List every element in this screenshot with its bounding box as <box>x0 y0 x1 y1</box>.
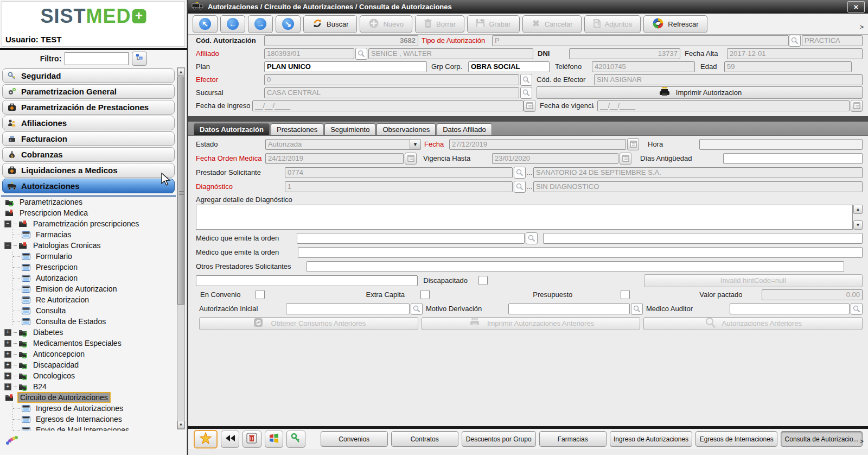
efector-search-icon[interactable] <box>520 74 532 86</box>
collapse-icon[interactable]: − <box>4 220 11 228</box>
collapse-icon[interactable]: − <box>4 242 11 249</box>
sidebar-item-facturacion[interactable]: Facturacion <box>2 131 175 146</box>
tree-item-label[interactable]: B24 <box>31 382 48 391</box>
tipo-autorizacion-input[interactable] <box>492 35 789 46</box>
tree-item-consulta-de-estados[interactable]: Consulta de Estados <box>10 316 176 327</box>
windows-button[interactable] <box>265 431 284 448</box>
tree-item-formulario[interactable]: Formulario <box>10 251 176 262</box>
fecha-vigencia-calendar-icon[interactable] <box>851 100 863 112</box>
medico-auditor-search-icon[interactable] <box>851 303 863 315</box>
tree-item-medicamentos-especiales[interactable]: +Medicamentos Especiales <box>1 338 176 349</box>
scroll-up-icon[interactable]: ▲ <box>853 205 863 214</box>
fecha-calendar-icon[interactable] <box>627 138 639 150</box>
tree-item-label[interactable]: Consulta de Estados <box>34 317 107 326</box>
tree-item-egresos-de-internaciones[interactable]: Egresos de Internaciones <box>10 414 176 425</box>
nav-first-button[interactable]: ↖ <box>193 15 218 33</box>
sucursal-input[interactable] <box>264 87 519 98</box>
refrescar-button[interactable]: Refrescar <box>643 15 707 33</box>
cod-autorizacion-input[interactable] <box>264 35 418 46</box>
bottom-nav-contratos[interactable]: Contratos <box>391 431 458 447</box>
prestador-search-icon[interactable] <box>514 167 526 179</box>
recycle-button[interactable] <box>242 431 261 448</box>
en-convenio-checkbox[interactable] <box>256 290 265 299</box>
tree-item-label[interactable]: Ingreso de Autorizaciones <box>34 404 125 413</box>
nav-next-button[interactable]: → <box>248 15 273 33</box>
tree-item-label[interactable]: Patologias Cronicas <box>31 241 103 250</box>
diagnostico-input[interactable] <box>285 181 513 192</box>
tree-item-consulta[interactable]: Consulta <box>10 305 176 316</box>
tree-item-parametrizaciones[interactable]: Parametrizaciones <box>1 197 176 207</box>
autorizacion-inicial-input[interactable] <box>286 304 410 314</box>
key-green-button[interactable] <box>286 431 305 448</box>
discapacitado-checkbox[interactable] <box>478 276 488 285</box>
bottom-nav-convenios[interactable]: Convenios <box>321 431 388 447</box>
afiliado-input[interactable] <box>264 48 354 59</box>
imprimir-autorizacion-button[interactable]: Imprimir Autorizacion <box>537 86 863 99</box>
tree-view-button[interactable] <box>132 52 147 66</box>
sidebar-item-parametrizacion-de-prestaciones[interactable]: Parametrización de Prestaciones <box>2 100 175 115</box>
buscar-button[interactable]: Buscar <box>303 15 357 33</box>
tree-item-label[interactable]: Envio de Mail Internaciones <box>34 426 131 431</box>
tipo-autorizacion-search-icon[interactable] <box>789 35 801 47</box>
bottom-nav-descuentos-por-grupo[interactable]: Descuentos por Grupo <box>462 431 536 447</box>
estado-select[interactable]: Autorizada ▼ <box>265 139 421 150</box>
extra-field-input[interactable] <box>196 275 418 286</box>
expand-icon[interactable]: + <box>4 351 11 358</box>
sidebar-item-autorizaciones[interactable]: Autorizaciones <box>2 179 175 193</box>
sidebar-item-seguridad[interactable]: Seguridad <box>2 68 175 83</box>
tree-item-label[interactable]: Parametrizaciones <box>18 198 84 206</box>
tree-item-parametrizacion-prescripciones[interactable]: −Parametrización prescripciones <box>1 218 176 229</box>
otros-prestadores-input[interactable] <box>307 261 844 272</box>
fecha-alta-input[interactable] <box>727 48 863 59</box>
adjuntos-button[interactable]: Adjuntos <box>584 15 641 33</box>
tree-item-oncologicos[interactable]: +Oncologicos <box>1 370 176 381</box>
tree-item-label[interactable]: Medicamentos Especiales <box>31 339 123 347</box>
tree-item-prescripcion-medica[interactable]: Prescripcion Medica <box>1 207 176 218</box>
expand-icon[interactable]: + <box>4 362 11 369</box>
tree-item-label[interactable]: Re Autorizacion <box>34 295 91 304</box>
prestador-input[interactable] <box>285 167 513 178</box>
diagnostico-search-icon[interactable] <box>514 181 526 193</box>
tab-datos-autorizacion[interactable]: Datos Autorización <box>194 123 270 135</box>
obtener-consumos-button[interactable]: Obtener Consumos Anteriores <box>199 317 418 330</box>
fecha-input[interactable] <box>449 139 626 150</box>
tree-item-label[interactable]: Farmacias <box>34 230 73 239</box>
tab-datos-afiliado[interactable]: Datos Afiliado <box>437 123 492 135</box>
tree-item-label[interactable]: Prescripcion Medica <box>18 208 90 217</box>
tree-item-label[interactable]: Circuito de Autorizaciones <box>18 393 110 402</box>
expand-icon[interactable]: + <box>4 383 11 390</box>
tree-item-label[interactable]: Formulario <box>34 252 74 261</box>
expand-icon[interactable]: + <box>4 329 11 336</box>
tree-item-label[interactable]: Consulta <box>34 306 67 315</box>
tab-prestaciones[interactable]: Prestaciones <box>271 123 323 135</box>
efector-input[interactable] <box>264 74 519 85</box>
chevron-down-icon[interactable]: ▼ <box>410 140 420 149</box>
star-button[interactable] <box>194 430 218 448</box>
scroll-down-icon[interactable]: ▼ <box>177 421 184 429</box>
tree-item-ingreso-de-autorizaciones[interactable]: Ingreso de Autorizaciones <box>10 403 176 414</box>
bottom-nav-consulta-de-autorizacio[interactable]: Consulta de Autorizacio... <box>781 431 863 447</box>
fecha-orden-calendar-icon[interactable] <box>405 153 417 165</box>
medico-orden-input[interactable] <box>297 233 525 244</box>
fecha-ingreso-input[interactable] <box>252 100 524 111</box>
detalle-diagnostico-textarea[interactable] <box>196 205 853 230</box>
tab-observaciones[interactable]: Observaciones <box>376 123 436 135</box>
toolbar-overflow-chevron[interactable]: > <box>859 23 864 31</box>
cod-efector-input[interactable] <box>594 74 863 85</box>
tree-item-autorizacion[interactable]: Autorizacion <box>10 273 176 283</box>
bottom-nav-egresos-de-internaciones[interactable]: Egresos de Internaciones <box>695 431 777 447</box>
fecha-orden-input[interactable] <box>265 153 404 164</box>
medico-auditor-input[interactable] <box>730 304 850 314</box>
filter-input[interactable] <box>65 52 129 65</box>
presupuesto-checkbox[interactable] <box>621 290 630 299</box>
tab-seguimiento[interactable]: Seguimiento <box>324 123 375 135</box>
tree-item-label[interactable]: Egresos de Internaciones <box>34 415 124 424</box>
tree-item-farmacias[interactable]: Farmacias <box>10 229 176 240</box>
valor-pactado-input[interactable] <box>762 289 863 300</box>
rewind-button[interactable] <box>221 431 240 448</box>
borrar-button[interactable]: Borrar <box>415 15 464 33</box>
tree-item-label[interactable]: Autorizacion <box>34 274 79 282</box>
tree-item-label[interactable]: Discapacidad <box>31 361 80 369</box>
tree-item-b24[interactable]: +B24 <box>1 381 176 392</box>
medico-orden2-input[interactable] <box>298 247 863 258</box>
